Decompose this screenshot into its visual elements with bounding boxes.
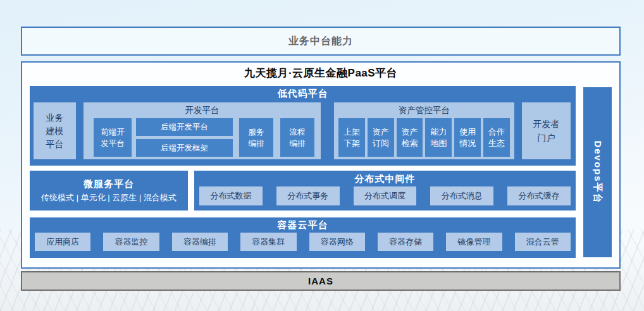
dev-platform-title: 开发平台	[84, 105, 321, 116]
iaas-bar: IAAS	[21, 271, 621, 291]
service-orchestration: 服务 编排	[239, 118, 273, 157]
microservice-platform-box: 微服务平台 传统模式 | 单元化 | 云原生 | 混合模式	[30, 171, 188, 210]
middleware-title: 分布式中间件	[194, 173, 576, 185]
architecture-diagram: 业务中台能力 九天揽月·云原生金融PaaS平台 低代码平台 业务 建模 平台 开…	[0, 0, 644, 311]
asset-control-group: 资产管控平台 上架 下架 资产 订阅 资产 检索 能力 地图 使用 情况 合作 …	[334, 102, 514, 159]
middleware-item-transaction: 分布式事务	[276, 186, 340, 205]
frontend-dev-platform: 前端开 发平台	[94, 118, 132, 157]
container-items-row: 应用商店 容器监控 容器编排 容器集群 容器网络 容器存储 镜像管理 混合云管	[30, 233, 576, 251]
microservice-modes: 传统模式 | 单元化 | 云原生 | 混合模式	[41, 192, 176, 204]
asset-control-title: 资产管控平台	[334, 105, 514, 116]
backend-dev-framework: 后端开发框架	[136, 139, 233, 157]
asset-items-row: 上架 下架 资产 订阅 资产 检索 能力 地图 使用 情况 合作 生态	[334, 118, 514, 157]
container-cloud-title: 容器云平台	[30, 219, 576, 231]
container-item-monitoring: 容器监控	[103, 233, 159, 251]
backend-stack: 后端开发平台 后端开发框架	[136, 118, 233, 157]
middleware-items-row: 分布式数据 分布式事务 分布式调度 分布式消息 分布式缓存	[194, 186, 576, 205]
platform-title: 九天揽月·云原生金融PaaS平台	[22, 66, 619, 80]
middleware-item-data: 分布式数据	[199, 186, 263, 205]
process-orchestration: 流程 编排	[280, 118, 314, 157]
devops-platform-label: Devops平台	[591, 140, 604, 204]
container-item-image-mgmt: 镜像管理	[446, 233, 502, 251]
middleware-box: 分布式中间件 分布式数据 分布式事务 分布式调度 分布式消息 分布式缓存	[194, 171, 576, 210]
container-item-cluster: 容器集群	[240, 233, 296, 251]
middleware-item-scheduling: 分布式调度	[354, 186, 417, 205]
paas-platform-frame: 九天揽月·云原生金融PaaS平台 低代码平台 业务 建模 平台 开发平台 前端开…	[21, 61, 621, 269]
backend-dev-platform: 后端开发平台	[136, 118, 233, 136]
dev-platform-group: 开发平台 前端开 发平台 后端开发平台 后端开发框架 服务 编排 流程 编排	[84, 102, 321, 159]
business-midplatform-label: 业务中台能力	[288, 35, 353, 48]
lowcode-platform-title: 低代码平台	[30, 88, 576, 100]
asset-item-usage: 使用 情况	[454, 118, 481, 157]
asset-item-search: 资产 检索	[397, 118, 423, 157]
container-cloud-box: 容器云平台 应用商店 容器监控 容器编排 容器集群 容器网络 容器存储 镜像管理…	[30, 217, 576, 258]
container-item-orchestration: 容器编排	[172, 233, 228, 251]
lowcode-platform-box: 低代码平台 业务 建模 平台 开发平台 前端开 发平台 后端开发平台 后端开发框…	[30, 86, 576, 166]
container-item-app-store: 应用商店	[35, 233, 90, 251]
asset-item-ecosystem: 合作 生态	[483, 118, 510, 157]
iaas-label: IAAS	[308, 276, 333, 286]
asset-item-subscribe: 资产 订阅	[368, 118, 394, 157]
container-item-hybrid-cloud: 混合云管	[515, 233, 571, 251]
microservice-title: 微服务平台	[30, 178, 188, 190]
container-item-storage: 容器存储	[378, 233, 433, 251]
asset-item-shelf: 上架 下架	[338, 118, 365, 157]
middleware-item-cache: 分布式缓存	[507, 186, 571, 205]
business-modeling-platform: 业务 建模 平台	[34, 102, 76, 159]
business-midplatform-banner: 业务中台能力	[21, 27, 621, 56]
container-item-network: 容器网络	[309, 233, 365, 251]
asset-item-capability-map: 能力 地图	[425, 118, 452, 157]
devops-platform-bar: Devops平台	[583, 87, 612, 257]
middleware-item-message: 分布式消息	[430, 186, 493, 205]
developer-portal: 开发者 门户	[522, 102, 571, 159]
